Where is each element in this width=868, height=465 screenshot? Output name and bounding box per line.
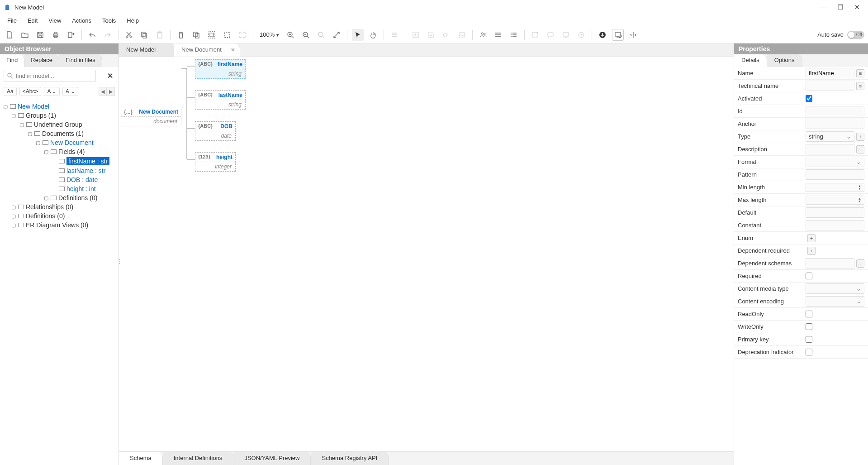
pan-icon[interactable] <box>367 29 379 41</box>
doc-tab[interactable]: New Model <box>119 43 174 57</box>
delete-icon[interactable] <box>175 29 187 41</box>
bottom-tab[interactable]: Schema Registry API <box>311 452 389 465</box>
tree-node[interactable]: ▢Documents (1) <box>3 129 116 138</box>
search-option[interactable]: Aa <box>4 87 17 96</box>
prop-input[interactable] <box>806 169 864 180</box>
menu-view[interactable]: View <box>44 16 66 25</box>
undo-icon[interactable] <box>86 29 98 41</box>
new-file-icon[interactable] <box>4 29 15 41</box>
more-icon[interactable]: … <box>856 145 864 153</box>
close-icon[interactable]: ✕ <box>854 4 860 11</box>
prop-dropdown[interactable]: ⌄ <box>806 296 864 307</box>
menu-file[interactable]: File <box>3 16 21 25</box>
prop-dropdown[interactable]: ⌄ <box>806 157 864 167</box>
more-icon[interactable]: … <box>856 259 864 268</box>
bottom-tab[interactable]: Schema <box>119 452 163 465</box>
select-all-icon[interactable] <box>206 29 218 41</box>
zoom-in-icon[interactable] <box>285 29 296 41</box>
open-folder-icon[interactable] <box>19 29 31 41</box>
add-icon[interactable]: + <box>856 133 864 141</box>
find-tab-replace[interactable]: Replace <box>24 54 59 67</box>
prop-checkbox[interactable] <box>806 349 812 355</box>
diagram-root-node[interactable]: {...}New Documentdocument <box>121 107 181 126</box>
diagram-field-node[interactable]: {ABC}firstNamestring <box>195 59 246 79</box>
diagram-field-node[interactable]: {ABC}lastNamestring <box>195 90 246 110</box>
list-indent-icon[interactable] <box>508 29 520 41</box>
monitor-icon[interactable] <box>612 29 624 41</box>
prop-stepper[interactable]: ▲▼ <box>806 183 864 192</box>
properties-tab-options[interactable]: Options <box>767 54 802 67</box>
prop-input[interactable] <box>806 106 864 116</box>
zoom-out-icon[interactable] <box>300 29 312 41</box>
zoom-level[interactable]: 100% ▾ <box>258 31 281 38</box>
tree-node[interactable]: DOB : date <box>3 175 116 184</box>
tree-node[interactable]: firstName : str <box>3 156 116 166</box>
users-icon[interactable] <box>477 29 489 41</box>
prop-input[interactable] <box>806 119 864 129</box>
find-tab-find[interactable]: Find <box>0 54 24 67</box>
autosave-toggle[interactable]: Off <box>847 31 864 39</box>
doc-tab[interactable]: New Document✕ <box>174 43 240 57</box>
copy-icon[interactable] <box>138 29 150 41</box>
menu-actions[interactable]: Actions <box>67 16 96 25</box>
tree-node[interactable]: ▢Definitions (0) <box>3 211 116 221</box>
close-tab-icon[interactable]: ✕ <box>231 47 235 53</box>
prop-input[interactable] <box>806 81 854 91</box>
bottom-tab[interactable]: Internal Definitions <box>163 452 234 465</box>
download-icon[interactable] <box>597 29 608 41</box>
prop-stepper[interactable]: ▲▼ <box>806 196 864 205</box>
menu-edit[interactable]: Edit <box>23 16 42 25</box>
prop-dropdown[interactable]: string⌄ <box>806 131 854 142</box>
menu-tools[interactable]: Tools <box>98 16 120 25</box>
prop-dropdown[interactable]: ⌄ <box>806 283 864 294</box>
tree-node[interactable]: ▢Fields (4) <box>3 147 116 156</box>
clear-search-icon[interactable]: ✕ <box>105 72 115 80</box>
pointer-icon[interactable] <box>352 29 364 41</box>
tree-node[interactable]: ▢ER Diagram Views (0) <box>3 221 116 230</box>
prop-checkbox[interactable] <box>806 336 812 343</box>
tree-node[interactable]: ▢New Document <box>3 138 116 147</box>
minimize-icon[interactable]: — <box>821 4 827 11</box>
tree-node[interactable]: ▢Definitions (0) <box>3 193 116 202</box>
maximize-icon[interactable]: ❐ <box>838 4 844 11</box>
prop-checkbox[interactable] <box>806 323 812 330</box>
search-option[interactable]: A ⌄ <box>62 87 78 96</box>
add-button[interactable]: + <box>807 234 816 242</box>
find-tab-find-in-files[interactable]: Find in files <box>59 54 102 67</box>
tree-node[interactable]: lastName : str <box>3 166 116 175</box>
next-result-icon[interactable]: ▶ <box>107 87 115 96</box>
cut-icon[interactable] <box>123 29 135 41</box>
tree-node[interactable]: ▢Undefined Group <box>3 120 116 129</box>
menu-icon[interactable]: ≡ <box>856 69 864 77</box>
menu-icon[interactable]: ≡ <box>856 82 864 90</box>
tree-node[interactable]: ▢Relationships (0) <box>3 202 116 211</box>
prop-checkbox[interactable] <box>806 273 812 279</box>
search-option[interactable]: A ⌄ <box>44 87 60 96</box>
prop-input[interactable] <box>806 258 854 268</box>
tree-node[interactable]: height : int <box>3 184 116 193</box>
prop-input[interactable] <box>806 207 864 218</box>
duplicate-icon[interactable] <box>190 29 202 41</box>
list-icon[interactable] <box>493 29 504 41</box>
prop-checkbox[interactable] <box>806 311 812 317</box>
print-icon[interactable] <box>50 29 62 41</box>
diagram-field-node[interactable]: {ABC}DOBdate <box>195 121 236 141</box>
properties-tab-details[interactable]: Details <box>734 54 767 67</box>
prop-input[interactable] <box>806 220 864 230</box>
prop-input[interactable] <box>806 68 854 78</box>
tree-node[interactable]: ▢Groups (1) <box>3 111 116 120</box>
add-button[interactable]: + <box>807 247 816 255</box>
bottom-tab[interactable]: JSON/YAML Preview <box>233 452 311 465</box>
prop-checkbox[interactable] <box>806 95 812 102</box>
save-icon[interactable] <box>34 29 46 41</box>
tree-node[interactable]: ▢New Model <box>3 102 116 111</box>
diagram-canvas[interactable]: {...}New Documentdocument{ABC}firstNames… <box>119 57 734 451</box>
diagram-field-node[interactable]: {123}heightinteger <box>195 152 236 172</box>
fullscreen-icon[interactable] <box>331 29 342 41</box>
prop-input[interactable] <box>806 144 854 154</box>
export-icon[interactable] <box>65 29 77 41</box>
menu-help[interactable]: Help <box>122 16 143 25</box>
compare-icon[interactable] <box>627 29 639 41</box>
search-option[interactable]: <Abc> <box>19 87 42 96</box>
prev-result-icon[interactable]: ◀ <box>99 87 107 96</box>
